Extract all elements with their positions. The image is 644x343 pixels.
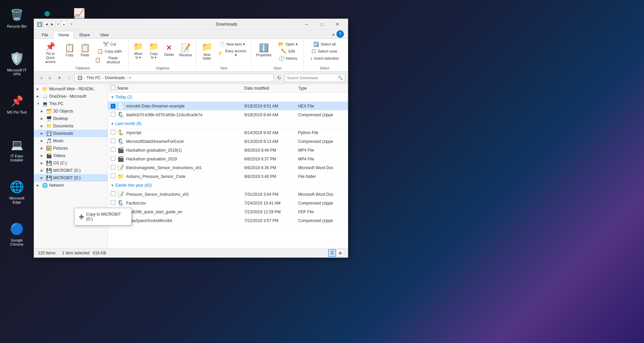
sidebar-item-desktop[interactable]: ▶ 🖥️ Desktop [34, 115, 108, 122]
edit-button[interactable]: ✏️ Edit [275, 48, 301, 55]
name-column-header[interactable]: Name [117, 86, 244, 91]
file-row-myscript[interactable]: 🐍 myscript 8/14/2019 9:42 AM Python File [108, 128, 348, 137]
rename-button[interactable]: 📝 Rename [177, 40, 194, 60]
file-checkbox-arduino[interactable] [111, 174, 115, 178]
copy-to-microbit-item[interactable]: ➕ Copy to MICROBIT (D:) [75, 210, 131, 223]
copy-path-button[interactable]: 📋 Copy path [93, 48, 126, 55]
sidebar-item-pictures[interactable]: ▶ 🖼️ Pictures [34, 145, 108, 152]
tab-file[interactable]: File [37, 31, 53, 39]
group-last-month[interactable]: ▼ Last month (6) [108, 119, 348, 128]
select-none-button[interactable]: ☐ Select none [306, 48, 343, 55]
recycle-bin-icon[interactable]: 🗑️ Recycle Bin [3, 5, 30, 30]
cut-button[interactable]: ✂️ Cut [93, 41, 126, 48]
recent-locations-button[interactable]: ▾ [56, 74, 64, 82]
file-checkbox-factbot[interactable] [111, 200, 115, 205]
file-row-esp8266[interactable]: 📄 esp8266_quick_start_guide_en 7/23/2019… [108, 208, 348, 216]
file-icon-pressure: 📝 [117, 191, 124, 197]
select-all-checkbox[interactable] [111, 85, 115, 90]
tab-share[interactable]: Share [74, 31, 95, 39]
forward-nav-button[interactable]: ▶ [46, 74, 54, 82]
ms-it-vpn-icon[interactable]: 🛡️ Microsoft IT VPN [3, 49, 30, 78]
google-chrome-icon[interactable]: 🔵 Google Chrome [3, 219, 30, 248]
file-checkbox-dad4[interactable] [111, 112, 115, 117]
date-column-header[interactable]: Date modified [244, 86, 298, 91]
new-item-button[interactable]: 📄 New item ▾ [215, 41, 249, 48]
ribbon-collapse-button[interactable]: ▲ ? [330, 30, 345, 38]
address-path[interactable]: ⬇️ › This PC › Downloads › ▾ [74, 74, 274, 82]
group-earlier[interactable]: ▼ Earlier this year (82) [108, 181, 348, 190]
sidebar-item-ms-web[interactable]: ▶ 📁 Microsoft Web - READM... [34, 85, 108, 93]
sidebar-item-this-pc[interactable]: ▼ 💻 This PC [34, 100, 108, 107]
file-row-ms-data-streamer[interactable]: 🗜️ MicrosoftDataStreamerForExcel 8/13/20… [108, 137, 348, 146]
tab-home[interactable]: Home [53, 31, 74, 39]
sidebar-item-network[interactable]: ▶ 🌐 Network [34, 182, 108, 189]
file-row-factbot[interactable]: 🗜️ Factbot.tsv 7/24/2019 10:41 AM Compre… [108, 199, 348, 208]
file-row-em-sensor[interactable]: 📝 Electromagnetic_Sensor_Instructions_v0… [108, 163, 348, 172]
recent-locations[interactable]: ▾ [56, 21, 60, 27]
delete-button[interactable]: ✕ Delete [162, 40, 176, 60]
sidebar-item-downloads[interactable]: ▶ ⬇️ Downloads [34, 130, 108, 137]
file-row-hackathon2[interactable]: 🎬 Hackathon graduation_2019 8/6/2019 8:3… [108, 155, 348, 163]
file-row-pressure-instructions[interactable]: 📝 Pressure_Sensor_Instructions_v01 7/31/… [108, 190, 348, 199]
properties-button[interactable]: ℹ️ Properties [254, 40, 274, 60]
maximize-button[interactable]: □ [314, 19, 330, 30]
copy-to-button[interactable]: 📁 Copyto ▾ [146, 40, 161, 61]
forward-arrow[interactable]: ▶ [50, 21, 55, 27]
history-button[interactable]: 🕐 History [275, 55, 301, 62]
ms-pin-tool-icon[interactable]: 📌 MS Pin Tool [3, 91, 30, 116]
paste-button[interactable]: 📋 Paste [78, 40, 93, 60]
file-row-dad4cb70[interactable]: 🗜️ dad4cb70-b38b-4370-b63e-124cc8ca3e7e … [108, 111, 348, 119]
help-button[interactable]: ? [336, 30, 344, 38]
paste-shortcut-button[interactable]: 📋 Paste shortcut [93, 55, 126, 65]
type-column-header[interactable]: Type [298, 86, 345, 91]
it-easy-installer-icon[interactable]: 💻 IT Easy Installer [3, 135, 30, 164]
sidebar-item-videos[interactable]: ▶ 🎬 Videos [34, 152, 108, 159]
select-all-button[interactable]: ☑️ Select all [306, 41, 343, 48]
ms-edge-icon[interactable]: 🌐 Microsoft Edge [3, 177, 30, 206]
refresh-button[interactable]: ↻ [275, 74, 283, 82]
path-downloads[interactable]: Downloads [105, 75, 125, 80]
file-checkbox-hack1[interactable] [111, 147, 115, 152]
minimize-button[interactable]: ─ [299, 19, 314, 30]
up-dir-button[interactable]: ↑ [65, 74, 73, 82]
path-dropdown-icon[interactable]: ▾ [129, 75, 131, 80]
file-checkbox-msds[interactable] [111, 138, 115, 143]
sidebar-item-documents[interactable]: ▶ 📁 Documents [34, 122, 108, 130]
pin-quick-access-button[interactable]: 📌 Pin to Quickaccess [39, 40, 62, 66]
search-input[interactable] [287, 76, 336, 80]
file-icon-dad4: 🗜️ [117, 112, 124, 118]
sidebar-item-3d-objects[interactable]: ▶ 🗂️ 3D Objects [34, 107, 108, 115]
close-button[interactable]: ✕ [330, 19, 345, 30]
large-icons-view-button[interactable]: ⊞ [336, 249, 344, 257]
easy-access-button[interactable]: ⚡ Easy access ▾ [215, 48, 249, 58]
search-icon[interactable]: 🔍 [338, 75, 343, 80]
file-checkbox-em[interactable] [111, 165, 115, 169]
file-checkbox-pressure[interactable] [111, 191, 115, 196]
sidebar-item-os-c[interactable]: ▶ 💾 OS (C:) [34, 159, 108, 167]
file-checkbox-hack2[interactable] [111, 156, 115, 161]
ms-pin-tool-label: MS Pin Tool [5, 110, 29, 114]
file-checkbox-microbit[interactable]: ✓ [111, 104, 115, 108]
group-today[interactable]: ▼ Today (2) [108, 93, 348, 102]
details-view-button[interactable]: ☰ [328, 249, 336, 257]
file-row-arduino-pressure[interactable]: 📁 Arduino_Pressure_Sensor_Code 8/6/2019 … [108, 172, 348, 181]
file-row-microbit-hex[interactable]: ✓ 📄 microbit-Data-Streamer-example 9/18/… [108, 102, 348, 111]
copy-button[interactable]: 📋 Copy [62, 40, 77, 60]
sidebar-item-microbit-d1[interactable]: ▶ 💾 MICROBIT (D:) [34, 167, 108, 174]
sidebar-item-music[interactable]: ▶ 🎵 Music [34, 137, 108, 145]
path-this-pc[interactable]: This PC [86, 75, 101, 80]
up-dir[interactable]: ▲ [61, 21, 67, 27]
file-row-hackathon1[interactable]: 🎬 Hackathon graduation_2019(1) 8/6/2019 … [108, 146, 348, 155]
open-button[interactable]: 📂 Open ▾ [275, 41, 301, 48]
sidebar-item-microbit-d2[interactable]: ▶ 💾 MICROBIT (D:) [34, 174, 108, 182]
move-to-button[interactable]: 📁 Moveto ▾ [131, 40, 146, 61]
back-nav-button[interactable]: ◀ [37, 74, 45, 82]
file-checkbox-myscript[interactable] [111, 130, 115, 134]
tab-view[interactable]: View [95, 31, 114, 39]
file-row-nasa-socks[interactable]: 🗜️ NasaSpaceSocksMicrobit 7/22/2019 3:57… [108, 216, 348, 225]
back-arrow[interactable]: ◀ [44, 21, 49, 27]
invert-selection-button[interactable]: ↕️ Invert selection [306, 55, 343, 62]
new-folder-button[interactable]: 📁 Newfolder [199, 40, 215, 62]
title-bar: ⬇️ ◀ ▶ ▾ ▲ ▼ Downloads ─ □ ✕ [34, 19, 348, 30]
sidebar-item-onedrive[interactable]: ▶ ☁️ OneDrive - Microsoft [34, 93, 108, 100]
